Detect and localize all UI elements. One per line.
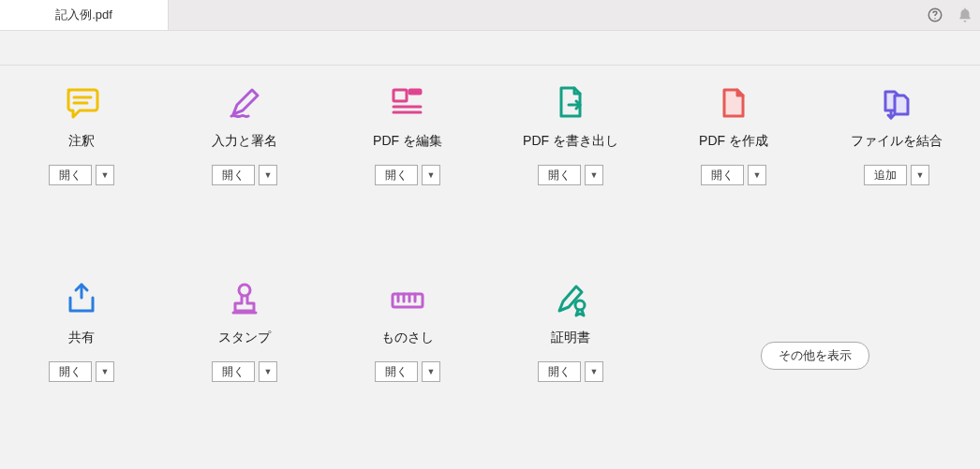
split-button: 追加 ▼ xyxy=(864,165,929,185)
tool-edit-pdf[interactable]: PDF を編集 開く ▼ xyxy=(326,84,489,234)
open-button[interactable]: 開く xyxy=(375,361,418,382)
dropdown-arrow[interactable]: ▼ xyxy=(585,361,603,382)
show-more-button[interactable]: その他を表示 xyxy=(761,342,869,370)
tool-label: スタンプ xyxy=(218,330,271,346)
tool-measure[interactable]: ものさし 開く ▼ xyxy=(326,281,489,431)
svg-point-15 xyxy=(575,300,585,310)
tool-create-pdf[interactable]: PDF を作成 開く ▼ xyxy=(652,84,815,234)
tools-panel: 注釈 開く ▼ 入力と署名 開く ▼ PDF を編集 xyxy=(0,66,980,431)
split-button: 開く ▼ xyxy=(212,165,277,185)
svg-rect-5 xyxy=(409,90,421,94)
edit-pdf-icon xyxy=(389,84,426,122)
create-pdf-icon xyxy=(715,84,752,122)
open-button[interactable]: 開く xyxy=(49,361,92,382)
tool-combine-files[interactable]: ファイルを結合 追加 ▼ xyxy=(815,84,978,234)
tool-share[interactable]: 共有 開く ▼ xyxy=(0,281,163,431)
open-button[interactable]: 開く xyxy=(701,165,744,185)
tabbar-spacer xyxy=(169,0,920,30)
tool-label: 注釈 xyxy=(68,133,95,150)
split-button: 開く ▼ xyxy=(49,361,114,382)
split-button: 開く ▼ xyxy=(375,165,440,185)
open-button[interactable]: 開く xyxy=(49,165,92,185)
open-button[interactable]: 開く xyxy=(375,165,418,185)
document-tab[interactable]: 記入例.pdf xyxy=(0,0,169,30)
tool-label: PDF を書き出し xyxy=(523,133,618,150)
share-icon xyxy=(63,281,100,318)
dropdown-arrow[interactable]: ▼ xyxy=(422,165,440,185)
dropdown-arrow[interactable]: ▼ xyxy=(911,165,929,185)
stamp-icon xyxy=(226,281,263,318)
tool-label: 共有 xyxy=(68,330,95,346)
tool-label: 入力と署名 xyxy=(212,133,277,150)
dropdown-arrow[interactable]: ▼ xyxy=(259,361,277,382)
document-tab-label: 記入例.pdf xyxy=(55,7,112,23)
certificate-icon xyxy=(552,281,589,318)
dropdown-arrow[interactable]: ▼ xyxy=(585,165,603,185)
tool-certificate[interactable]: 証明書 開く ▼ xyxy=(489,281,652,431)
fill-sign-icon xyxy=(226,84,263,122)
dropdown-arrow[interactable]: ▼ xyxy=(748,165,766,185)
split-button: 開く ▼ xyxy=(212,361,277,382)
open-button[interactable]: 開く xyxy=(538,361,581,382)
open-button[interactable]: 開く xyxy=(212,165,255,185)
tool-label: ファイルを結合 xyxy=(851,133,943,150)
measure-icon xyxy=(389,281,426,318)
show-more-label: その他を表示 xyxy=(779,347,852,364)
dropdown-arrow[interactable]: ▼ xyxy=(422,361,440,382)
comment-icon xyxy=(63,84,100,122)
help-icon[interactable] xyxy=(920,0,950,30)
tool-label: 証明書 xyxy=(551,330,590,346)
tab-bar: 記入例.pdf xyxy=(0,0,980,31)
add-button[interactable]: 追加 xyxy=(864,165,907,185)
svg-rect-4 xyxy=(393,90,407,101)
split-button: 開く ▼ xyxy=(375,361,440,382)
split-button: 開く ▼ xyxy=(538,165,603,185)
tool-label: ものさし xyxy=(381,330,434,346)
open-button[interactable]: 開く xyxy=(212,361,255,382)
export-pdf-icon xyxy=(552,84,589,122)
open-button[interactable]: 開く xyxy=(538,165,581,185)
split-button: 開く ▼ xyxy=(538,361,603,382)
tool-fill-sign[interactable]: 入力と署名 開く ▼ xyxy=(163,84,326,234)
show-more-cell: その他を表示 xyxy=(652,281,978,431)
svg-point-8 xyxy=(239,285,250,296)
tool-export-pdf[interactable]: PDF を書き出し 開く ▼ xyxy=(489,84,652,234)
tool-label: PDF を作成 xyxy=(699,133,768,150)
dropdown-arrow[interactable]: ▼ xyxy=(96,165,114,185)
dropdown-arrow[interactable]: ▼ xyxy=(259,165,277,185)
tool-comment[interactable]: 注釈 開く ▼ xyxy=(0,84,163,234)
split-button: 開く ▼ xyxy=(701,165,766,185)
tool-stamp[interactable]: スタンプ 開く ▼ xyxy=(163,281,326,431)
bell-icon[interactable] xyxy=(950,0,980,30)
split-button: 開く ▼ xyxy=(49,165,114,185)
svg-point-1 xyxy=(934,18,935,19)
tool-label: PDF を編集 xyxy=(373,133,442,150)
dropdown-arrow[interactable]: ▼ xyxy=(96,361,114,382)
combine-icon xyxy=(878,84,915,122)
